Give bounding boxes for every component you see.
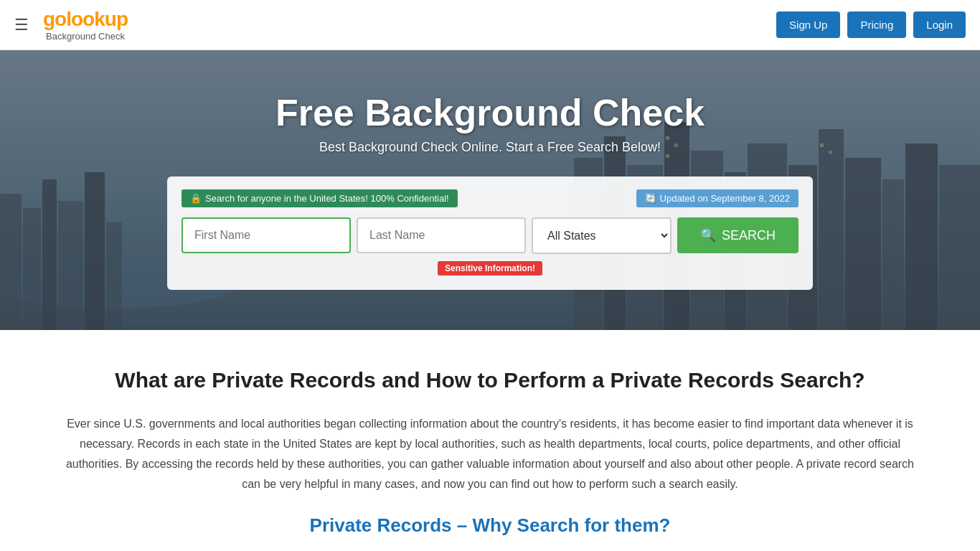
hero-section: Free Background Check Best Background Ch… <box>0 50 980 330</box>
confidential-notice: 🔒 Search for anyone in the United States… <box>182 189 458 207</box>
search-button-label: SEARCH <box>722 228 776 243</box>
header-buttons: Sign Up Pricing Login <box>776 11 966 38</box>
search-icon: 🔍 <box>700 227 716 243</box>
content-section: What are Private Records and How to Perf… <box>0 330 980 551</box>
hero-title: Free Background Check <box>0 91 980 134</box>
updated-notice: 🔄 Updated on September 8, 2022 <box>636 189 798 207</box>
login-button[interactable]: Login <box>913 11 966 38</box>
header: ☰ golookup Background Check Sign Up Pric… <box>0 0 980 50</box>
updated-notice-text: Updated on September 8, 2022 <box>660 193 790 204</box>
search-fields: All States Alabama Alaska Arizona Arkans… <box>182 217 798 254</box>
content-paragraph1: Ever since U.S. governments and local au… <box>57 414 923 494</box>
search-notices: 🔒 Search for anyone in the United States… <box>182 189 798 207</box>
content-subheading-highlight: Private Records <box>310 514 452 536</box>
sensitive-badge: Sensitive Information! <box>438 261 542 276</box>
logo[interactable]: golookup Background Check <box>43 8 128 42</box>
content-subheading-rest: – Why Search for them? <box>452 514 671 536</box>
last-name-input[interactable] <box>357 217 526 253</box>
pricing-button[interactable]: Pricing <box>847 11 906 38</box>
first-name-input[interactable] <box>182 217 351 253</box>
refresh-icon: 🔄 <box>645 193 656 204</box>
lock-icon: 🔒 <box>190 193 202 204</box>
search-button[interactable]: 🔍 SEARCH <box>677 217 798 253</box>
content-subheading: Private Records – Why Search for them? <box>57 514 923 537</box>
state-select[interactable]: All States Alabama Alaska Arizona Arkans… <box>532 217 672 254</box>
logo-text: golookup <box>43 8 128 31</box>
logo-highlight: loo <box>66 8 94 30</box>
hero-subtitle: Best Background Check Online. Start a Fr… <box>0 140 980 155</box>
confidential-notice-text: Search for anyone in the United States! … <box>205 193 449 204</box>
content-heading: What are Private Records and How to Perf… <box>57 366 923 394</box>
logo-prefix: go <box>43 8 66 30</box>
logo-suffix: kup <box>94 8 128 30</box>
search-container: 🔒 Search for anyone in the United States… <box>167 176 813 290</box>
header-left: ☰ golookup Background Check <box>14 8 128 42</box>
signup-button[interactable]: Sign Up <box>776 11 840 38</box>
hero-content: Free Background Check Best Background Ch… <box>0 91 980 290</box>
menu-icon[interactable]: ☰ <box>14 16 29 34</box>
logo-subtitle: Background Check <box>43 31 128 42</box>
